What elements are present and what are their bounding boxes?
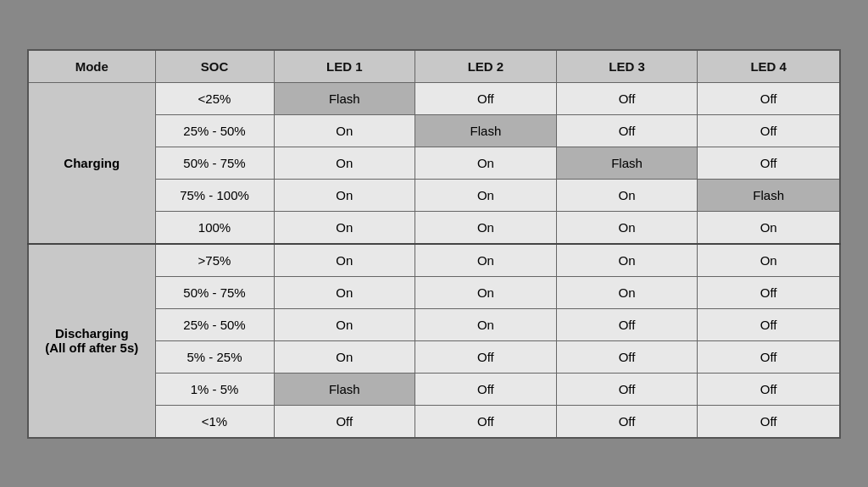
led2-cell: Off xyxy=(415,405,557,438)
discharging-mode-cell: Discharging(All off after 5s) xyxy=(28,244,155,438)
led3-cell: Flash xyxy=(556,147,698,179)
led2-cell: On xyxy=(415,308,557,340)
led2-cell: On xyxy=(415,147,557,179)
led2-cell: Off xyxy=(415,82,557,114)
led1-cell: On xyxy=(274,179,415,211)
table-row: Discharging(All off after 5s)>75%OnOnOnO… xyxy=(28,244,840,277)
led4-cell: Off xyxy=(698,147,840,179)
soc-cell: <1% xyxy=(155,405,274,438)
col-header-led3: LED 3 xyxy=(556,50,698,83)
led1-cell: Flash xyxy=(274,82,415,114)
led3-cell: Off xyxy=(556,373,698,405)
led2-cell: On xyxy=(415,244,557,277)
table-body: Charging<25%FlashOffOffOff25% - 50%OnFla… xyxy=(28,82,840,438)
col-header-led1: LED 1 xyxy=(274,50,415,83)
led1-cell: On xyxy=(274,308,415,340)
col-header-led2: LED 2 xyxy=(415,50,557,83)
led4-cell: Off xyxy=(698,405,840,438)
led1-cell: On xyxy=(274,244,415,277)
led3-cell: On xyxy=(556,211,698,244)
led4-cell: On xyxy=(698,211,840,244)
led4-cell: Flash xyxy=(698,179,840,211)
led3-cell: Off xyxy=(556,308,698,340)
col-header-mode: Mode xyxy=(28,50,155,83)
col-header-led4: LED 4 xyxy=(698,50,840,83)
led2-cell: Off xyxy=(415,373,557,405)
led2-cell: On xyxy=(415,211,557,244)
soc-cell: 1% - 5% xyxy=(155,373,274,405)
led3-cell: On xyxy=(556,244,698,277)
led1-cell: On xyxy=(274,114,415,147)
led1-cell: On xyxy=(274,340,415,373)
led3-cell: On xyxy=(556,276,698,308)
led1-cell: Off xyxy=(274,405,415,438)
led4-cell: Off xyxy=(698,82,840,114)
led1-cell: On xyxy=(274,276,415,308)
charging-mode-cell: Charging xyxy=(28,82,155,244)
led1-cell: Flash xyxy=(274,373,415,405)
led1-cell: On xyxy=(274,147,415,179)
led3-cell: Off xyxy=(556,405,698,438)
header-row: Mode SOC LED 1 LED 2 LED 3 LED 4 xyxy=(28,50,840,83)
led3-cell: Off xyxy=(556,82,698,114)
led4-cell: Off xyxy=(698,340,840,373)
led2-cell: On xyxy=(415,276,557,308)
main-table-wrapper: Mode SOC LED 1 LED 2 LED 3 LED 4 Chargin… xyxy=(27,49,841,439)
led4-cell: Off xyxy=(698,276,840,308)
led2-cell: Flash xyxy=(415,114,557,147)
soc-cell: 5% - 25% xyxy=(155,340,274,373)
col-header-soc: SOC xyxy=(155,50,274,83)
table-row: Charging<25%FlashOffOffOff xyxy=(28,82,840,114)
soc-cell: 25% - 50% xyxy=(155,114,274,147)
led4-cell: On xyxy=(698,244,840,277)
soc-cell: <25% xyxy=(155,82,274,114)
led-table: Mode SOC LED 1 LED 2 LED 3 LED 4 Chargin… xyxy=(27,49,841,439)
soc-cell: >75% xyxy=(155,244,274,277)
led3-cell: Off xyxy=(556,114,698,147)
led1-cell: On xyxy=(274,211,415,244)
led3-cell: Off xyxy=(556,340,698,373)
soc-cell: 50% - 75% xyxy=(155,276,274,308)
soc-cell: 50% - 75% xyxy=(155,147,274,179)
soc-cell: 25% - 50% xyxy=(155,308,274,340)
led4-cell: Off xyxy=(698,373,840,405)
led4-cell: Off xyxy=(698,308,840,340)
led2-cell: Off xyxy=(415,340,557,373)
led4-cell: Off xyxy=(698,114,840,147)
led2-cell: On xyxy=(415,179,557,211)
soc-cell: 75% - 100% xyxy=(155,179,274,211)
led3-cell: On xyxy=(556,179,698,211)
soc-cell: 100% xyxy=(155,211,274,244)
